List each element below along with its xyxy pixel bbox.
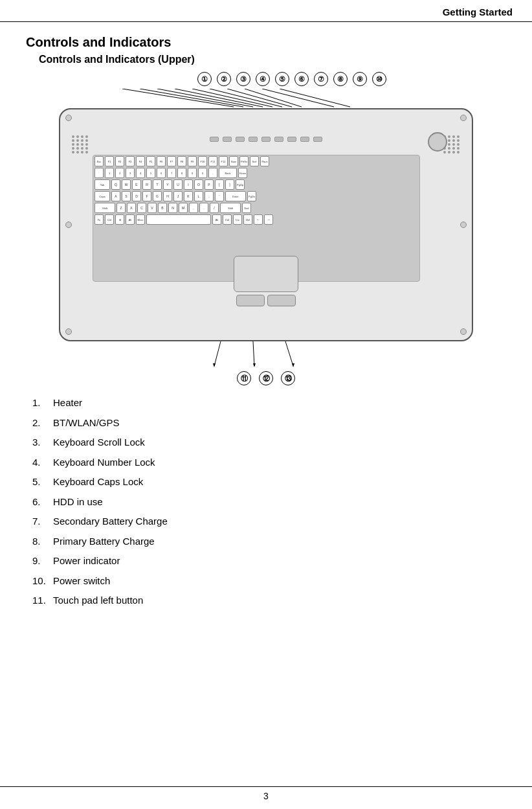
key-1[interactable]: 1: [105, 168, 114, 178]
key-pgup[interactable]: PgUp: [236, 179, 245, 190]
key-5[interactable]: 5: [146, 168, 155, 178]
list-label-7: Secondary Battery Charge: [53, 514, 168, 529]
key-minus[interactable]: -: [208, 168, 217, 178]
key-9[interactable]: 9: [188, 168, 197, 178]
key-f5[interactable]: F5: [146, 156, 155, 166]
touchpad-left-button[interactable]: [236, 295, 265, 306]
page-footer: 3: [0, 786, 532, 801]
key-alt-left[interactable]: Alt: [126, 214, 135, 225]
key-f10[interactable]: F10: [198, 156, 207, 166]
key-m[interactable]: M: [179, 203, 188, 213]
key-a[interactable]: A: [111, 191, 120, 201]
key-bracket-close[interactable]: ]: [225, 179, 234, 190]
key-i[interactable]: I: [184, 179, 193, 190]
key-f8[interactable]: F8: [177, 156, 186, 166]
key-3[interactable]: 3: [126, 168, 135, 178]
key-t[interactable]: T: [153, 179, 162, 190]
key-r[interactable]: R: [142, 179, 151, 190]
key-ctrl-left[interactable]: Ctrl: [105, 214, 114, 225]
key-pgdn[interactable]: PgDn: [247, 191, 256, 201]
key-2[interactable]: 2: [115, 168, 124, 178]
key-f[interactable]: F: [142, 191, 151, 201]
key-y[interactable]: Y: [163, 179, 172, 190]
key-scroll[interactable]: Scrl: [250, 156, 259, 166]
list-num-4: 4.: [32, 455, 53, 470]
key-f9[interactable]: F9: [188, 156, 197, 166]
list-num-9: 9.: [32, 554, 53, 569]
key-fn[interactable]: Fn: [94, 214, 104, 225]
key-slash[interactable]: /: [210, 203, 219, 213]
key-w[interactable]: W: [122, 179, 131, 190]
key-f2[interactable]: F2: [115, 156, 124, 166]
key-caps[interactable]: Caps: [94, 191, 110, 201]
key-k[interactable]: K: [184, 191, 193, 201]
key-ctrl-right[interactable]: Ctrl: [223, 214, 232, 225]
key-f3[interactable]: F3: [126, 156, 135, 166]
key-0[interactable]: 0: [198, 168, 207, 178]
key-4[interactable]: 4: [136, 168, 145, 178]
touchpad-right-button[interactable]: [267, 295, 296, 306]
key-e[interactable]: E: [132, 179, 141, 190]
num-circle-3: ③: [236, 72, 250, 86]
key-arrow-right[interactable]: →: [264, 214, 273, 225]
key-bracket-open[interactable]: [: [215, 179, 224, 190]
key-u[interactable]: U: [173, 179, 183, 190]
key-x[interactable]: X: [127, 203, 136, 213]
key-del[interactable]: Del: [243, 214, 252, 225]
key-b[interactable]: B: [158, 203, 167, 213]
key-8[interactable]: 8: [177, 168, 186, 178]
key-quote[interactable]: ': [215, 191, 224, 201]
key-num[interactable]: Num: [229, 156, 238, 166]
list-item-9: 9. Power indicator: [32, 554, 506, 569]
list-item-8: 8. Primary Battery Charge: [32, 534, 506, 549]
key-c[interactable]: C: [137, 203, 146, 213]
key-h[interactable]: H: [163, 191, 172, 201]
key-tab[interactable]: Tab: [94, 179, 110, 190]
key-j[interactable]: J: [173, 191, 183, 201]
key-g[interactable]: G: [153, 191, 162, 201]
key-f11[interactable]: F11: [208, 156, 217, 166]
key-pause[interactable]: Paus: [260, 156, 269, 166]
key-o[interactable]: O: [194, 179, 203, 190]
key-f7[interactable]: F7: [167, 156, 176, 166]
key-arrow-left[interactable]: ←: [254, 214, 263, 225]
key-s[interactable]: S: [122, 191, 131, 201]
touchpad[interactable]: [234, 256, 298, 292]
key-l[interactable]: L: [194, 191, 203, 201]
key-home[interactable]: Home: [238, 168, 247, 178]
key-f4[interactable]: F4: [136, 156, 145, 166]
key-f6[interactable]: F6: [157, 156, 166, 166]
key-semicolon[interactable]: ;: [205, 191, 214, 201]
key-q[interactable]: Q: [111, 179, 120, 190]
key-n[interactable]: N: [168, 203, 177, 213]
key-win[interactable]: ⊞: [115, 214, 124, 225]
key-shift-right[interactable]: Shift: [220, 203, 241, 213]
key-backspace[interactable]: Back: [219, 168, 237, 178]
key-comma[interactable]: ,: [189, 203, 198, 213]
key-z[interactable]: Z: [116, 203, 126, 213]
items-list: 1. Heater 2. BT/WLAN/GPS 3. Keyboard Scr…: [32, 396, 506, 608]
key-esc[interactable]: Esc: [94, 156, 104, 166]
key-f1[interactable]: F1: [105, 156, 114, 166]
key-6[interactable]: 6: [157, 168, 166, 178]
key-p[interactable]: P: [205, 179, 214, 190]
key-ins[interactable]: Ins: [233, 214, 242, 225]
key-7[interactable]: 7: [167, 168, 176, 178]
key-macro[interactable]: Mcro: [136, 214, 145, 225]
key-shift-left[interactable]: Shift: [94, 203, 115, 213]
list-item-2: 2. BT/WLAN/GPS: [32, 416, 506, 431]
key-f12[interactable]: F12: [219, 156, 228, 166]
key-end[interactable]: End: [242, 203, 251, 213]
dial-control[interactable]: [428, 132, 447, 152]
key-tilde[interactable]: `: [94, 168, 104, 178]
list-num-6: 6.: [32, 495, 53, 510]
key-enter[interactable]: Enter: [225, 191, 246, 201]
key-period[interactable]: .: [199, 203, 208, 213]
key-d[interactable]: D: [132, 191, 141, 201]
key-prtsc[interactable]: PrtSc: [239, 156, 249, 166]
list-item-5: 5. Keyboard Caps Lock: [32, 475, 506, 490]
key-space[interactable]: [146, 214, 211, 225]
header-title: Getting Started: [443, 6, 513, 17]
key-v[interactable]: V: [148, 203, 157, 213]
key-alt-right[interactable]: Alt: [212, 214, 221, 225]
